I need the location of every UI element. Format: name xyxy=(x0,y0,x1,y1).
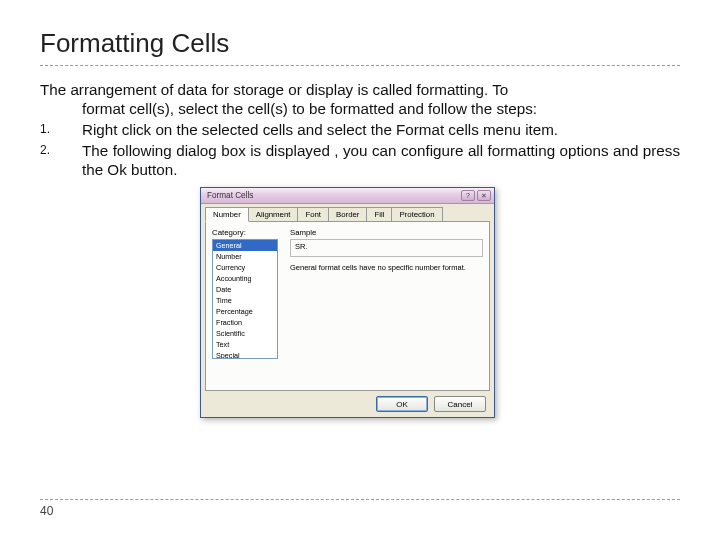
category-item-number[interactable]: Number xyxy=(213,251,277,262)
dialog-tabs: Number Alignment Font Border Fill Protec… xyxy=(201,204,494,221)
category-item-general[interactable]: General xyxy=(213,240,277,251)
cancel-button[interactable]: Cancel xyxy=(434,396,486,412)
sample-note: General format cells have no specific nu… xyxy=(290,263,483,272)
intro-line-2: format cell(s), select the cell(s) to be… xyxy=(40,99,680,118)
dialog-title: Format Cells xyxy=(207,191,253,200)
category-item-date[interactable]: Date xyxy=(213,284,277,295)
close-button[interactable]: ✕ xyxy=(477,190,491,201)
intro-text: The arrangement of data for storage or d… xyxy=(40,80,680,118)
category-item-accounting[interactable]: Accounting xyxy=(213,273,277,284)
intro-line-1: The arrangement of data for storage or d… xyxy=(40,80,680,99)
slide-title: Formatting Cells xyxy=(40,28,680,59)
tab-fill[interactable]: Fill xyxy=(366,207,392,221)
tab-protection[interactable]: Protection xyxy=(391,207,442,221)
category-item-currency[interactable]: Currency xyxy=(213,262,277,273)
dialog-titlebar[interactable]: Format Cells ? ✕ xyxy=(201,188,494,204)
format-cells-dialog: Format Cells ? ✕ Number Alignment Font B… xyxy=(200,187,495,418)
category-item-text[interactable]: Text xyxy=(213,339,277,350)
step-2: 2. The following dialog box is displayed… xyxy=(40,141,680,179)
step-1: 1. Right click on the selected cells and… xyxy=(40,120,680,139)
footer-divider xyxy=(40,499,680,500)
page-number: 40 xyxy=(40,504,680,518)
tab-panel: Category: General Number Currency Accoun… xyxy=(205,221,490,391)
sample-box: SR. xyxy=(290,239,483,257)
tab-border[interactable]: Border xyxy=(328,207,367,221)
step-number: 2. xyxy=(40,141,82,179)
category-list[interactable]: General Number Currency Accounting Date … xyxy=(212,239,278,359)
category-item-percentage[interactable]: Percentage xyxy=(213,306,277,317)
help-button[interactable]: ? xyxy=(461,190,475,201)
sample-label: Sample xyxy=(290,228,483,237)
tab-number[interactable]: Number xyxy=(205,207,249,222)
step-text: Right click on the selected cells and se… xyxy=(82,120,680,139)
category-item-time[interactable]: Time xyxy=(213,295,277,306)
category-item-scientific[interactable]: Scientific xyxy=(213,328,277,339)
step-text: The following dialog box is displayed , … xyxy=(82,141,680,179)
ok-button[interactable]: OK xyxy=(376,396,428,412)
tab-font[interactable]: Font xyxy=(297,207,329,221)
category-item-fraction[interactable]: Fraction xyxy=(213,317,277,328)
tab-alignment[interactable]: Alignment xyxy=(248,207,299,221)
step-number: 1. xyxy=(40,120,82,139)
category-item-special[interactable]: Special xyxy=(213,350,277,359)
title-divider xyxy=(40,65,680,66)
